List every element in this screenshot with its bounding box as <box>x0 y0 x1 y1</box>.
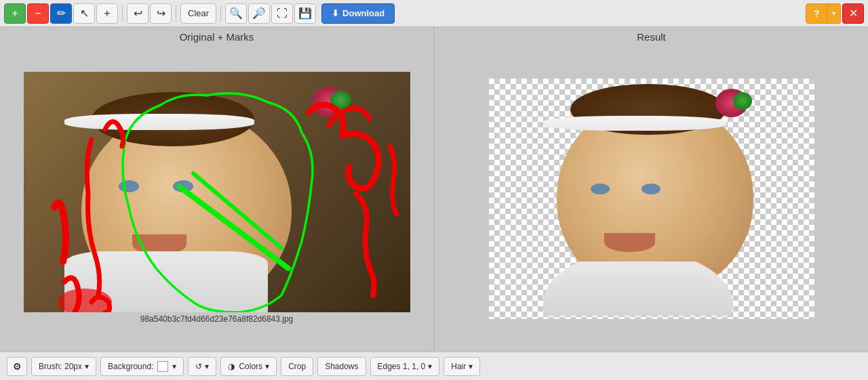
shadows-label: Shadows <box>325 362 358 371</box>
background-button[interactable]: Background: ▾ <box>100 357 184 376</box>
toolbar-right-group: ? ▾ ✕ <box>806 3 864 24</box>
original-image-container[interactable]: + 98a540b3c7fd4d66d23e76a8f82d6843.jpg <box>0 45 433 352</box>
hair-label: Hair <box>451 362 466 371</box>
bottom-toolbar: ⚙ Brush: 20px ▾ Background: ▾ ↺ ▾ ◑ Colo… <box>0 352 868 380</box>
original-image[interactable]: + <box>24 72 410 312</box>
hair-button[interactable]: Hair ▾ <box>443 357 480 376</box>
filename-label: 98a540b3c7fd4d66d23e76a8f82d6843.jpg <box>24 312 410 326</box>
brush-tool-button[interactable]: ✏ <box>50 3 72 24</box>
add-point-button[interactable]: + <box>96 3 118 24</box>
redo-button[interactable]: ↪ <box>150 3 172 24</box>
background-label: Background: <box>108 362 153 371</box>
download-button[interactable]: ⬇ Download <box>321 3 395 24</box>
fullscreen-button[interactable]: ⛶ <box>271 3 293 24</box>
brush-size-label: Brush: 20px <box>39 362 82 371</box>
download-label: Download <box>342 8 384 18</box>
original-panel: Original + Marks <box>0 27 433 352</box>
refresh-arrow-icon: ▾ <box>205 362 209 371</box>
background-color-swatch <box>157 361 168 372</box>
result-panel: Result <box>435 27 868 352</box>
main-area: Original + Marks <box>0 27 868 352</box>
remove-background-button[interactable]: − <box>27 3 49 24</box>
help-dropdown-button[interactable]: ▾ <box>827 3 841 24</box>
refresh-button[interactable]: ↺ ▾ <box>188 357 216 376</box>
background-arrow-icon: ▾ <box>172 362 176 371</box>
refresh-icon: ↺ <box>195 362 202 371</box>
settings-button[interactable]: ⚙ <box>7 357 27 376</box>
select-tool-button[interactable]: ↖ <box>73 3 95 24</box>
shadows-button[interactable]: Shadows <box>317 357 366 376</box>
crop-button[interactable]: Crop <box>281 357 313 376</box>
result-image-container[interactable]: + <box>435 45 868 352</box>
separator-3 <box>220 5 221 22</box>
download-icon: ⬇ <box>332 8 339 18</box>
brush-size-button[interactable]: Brush: 20px ▾ <box>31 357 96 376</box>
result-panel-title: Result <box>637 27 666 45</box>
colors-button[interactable]: ◑ Colors ▾ <box>220 357 277 376</box>
crop-label: Crop <box>288 362 306 371</box>
undo-button[interactable]: ↩ <box>127 3 149 24</box>
separator-1 <box>122 5 123 22</box>
colors-label: Colors <box>239 362 262 371</box>
clear-button[interactable]: Clear <box>180 3 216 24</box>
close-button[interactable]: ✕ <box>842 3 864 24</box>
edges-label: Edges 1, 1, 0 <box>378 362 426 371</box>
edges-button[interactable]: Edges 1, 1, 0 ▾ <box>370 357 440 376</box>
contrast-icon: ◑ <box>228 362 235 371</box>
save-button[interactable]: 💾 <box>294 3 316 24</box>
add-foreground-button[interactable]: + <box>4 3 26 24</box>
colors-arrow-icon: ▾ <box>265 362 269 371</box>
original-panel-title: Original + Marks <box>180 27 254 45</box>
help-button[interactable]: ? <box>806 3 827 24</box>
edges-arrow-icon: ▾ <box>428 362 432 371</box>
zoom-out-button[interactable]: 🔎 <box>248 3 270 24</box>
result-image[interactable]: + <box>489 79 814 319</box>
zoom-in-button[interactable]: 🔍 <box>225 3 247 24</box>
main-toolbar: + − ✏ ↖ + ↩ ↪ Clear 🔍 🔎 ⛶ 💾 ⬇ Download ?… <box>0 0 868 27</box>
separator-2 <box>176 5 176 22</box>
hair-arrow-icon: ▾ <box>469 362 473 371</box>
brush-arrow-icon: ▾ <box>85 362 89 371</box>
